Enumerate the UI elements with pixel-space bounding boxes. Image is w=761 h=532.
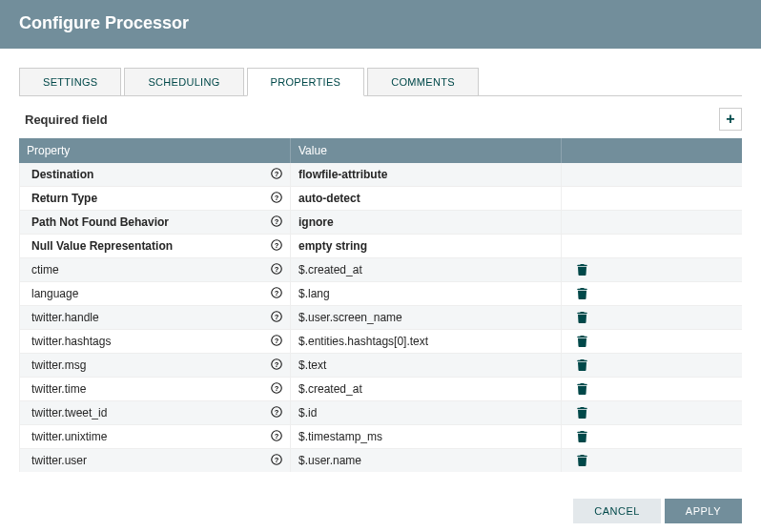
property-cell[interactable]: language? xyxy=(19,282,290,305)
tab-bar: SETTINGSSCHEDULINGPROPERTIESCOMMENTS xyxy=(19,68,742,96)
value-cell[interactable]: auto-detect xyxy=(290,187,561,210)
trash-icon[interactable] xyxy=(569,455,587,466)
table-row[interactable]: Destination?flowfile-attribute xyxy=(19,163,742,187)
svg-text:?: ? xyxy=(275,170,279,178)
table-row[interactable]: Path Not Found Behavior?ignore xyxy=(19,211,742,235)
property-name: ctime xyxy=(31,263,59,276)
value-cell[interactable]: $.created_at xyxy=(290,258,561,281)
trash-icon[interactable] xyxy=(569,359,587,371)
help-icon[interactable]: ? xyxy=(271,239,282,253)
actions-cell xyxy=(561,449,742,472)
property-value: ignore xyxy=(298,215,334,229)
table-row[interactable]: twitter.msg?$.text xyxy=(19,354,742,378)
property-cell[interactable]: twitter.hashtags? xyxy=(19,330,290,353)
table-row[interactable]: twitter.time?$.created_at xyxy=(19,378,742,401)
table-row[interactable]: twitter.hashtags?$.entities.hashtags[0].… xyxy=(19,330,742,354)
trash-icon[interactable] xyxy=(569,288,587,299)
column-header-value: Value xyxy=(290,138,561,163)
property-value: $.created_at xyxy=(298,382,362,396)
value-cell[interactable]: $.id xyxy=(290,401,561,424)
help-icon[interactable]: ? xyxy=(271,382,282,396)
table-row[interactable]: twitter.unixtime?$.timestamp_ms xyxy=(19,425,742,449)
value-cell[interactable]: flowfile-attribute xyxy=(290,163,561,186)
table-row[interactable]: twitter.user?$.user.name xyxy=(19,449,742,472)
subheader: Required field + xyxy=(19,108,742,131)
actions-cell xyxy=(561,306,742,329)
value-cell[interactable]: $.timestamp_ms xyxy=(290,425,561,448)
trash-icon[interactable] xyxy=(569,312,587,323)
property-cell[interactable]: twitter.user? xyxy=(19,449,290,472)
tab-comments[interactable]: COMMENTS xyxy=(367,68,479,95)
value-cell[interactable]: $.entities.hashtags[0].text xyxy=(290,330,561,353)
value-cell[interactable]: empty string xyxy=(290,235,561,257)
value-cell[interactable]: $.lang xyxy=(290,282,561,305)
table-row[interactable]: twitter.handle?$.user.screen_name xyxy=(19,306,742,330)
property-name: twitter.user xyxy=(31,454,87,467)
property-cell[interactable]: twitter.msg? xyxy=(19,354,290,377)
property-cell[interactable]: Null Value Representation? xyxy=(19,235,290,257)
table-row[interactable]: twitter.tweet_id?$.id xyxy=(19,401,742,425)
table-row[interactable]: ctime?$.created_at xyxy=(19,258,742,282)
help-icon[interactable]: ? xyxy=(271,358,282,372)
svg-text:?: ? xyxy=(275,456,279,464)
table-row[interactable]: language?$.lang xyxy=(19,282,742,306)
properties-table: Property Value Destination?flowfile-attr… xyxy=(19,138,742,472)
property-cell[interactable]: Path Not Found Behavior? xyxy=(19,211,290,234)
value-cell[interactable]: $.text xyxy=(290,354,561,377)
property-name: Path Not Found Behavior xyxy=(31,215,169,229)
property-cell[interactable]: Return Type? xyxy=(19,187,290,210)
actions-cell xyxy=(561,425,742,448)
trash-icon[interactable] xyxy=(569,264,587,276)
actions-cell xyxy=(561,235,742,257)
property-cell[interactable]: twitter.unixtime? xyxy=(19,425,290,448)
actions-cell xyxy=(561,354,742,377)
help-icon[interactable]: ? xyxy=(271,287,282,300)
trash-icon[interactable] xyxy=(569,431,587,442)
add-property-button[interactable]: + xyxy=(719,108,742,131)
help-icon[interactable]: ? xyxy=(271,454,282,467)
help-icon[interactable]: ? xyxy=(271,430,282,443)
help-icon[interactable]: ? xyxy=(271,168,282,181)
actions-cell xyxy=(561,163,742,186)
value-cell[interactable]: $.created_at xyxy=(290,378,561,400)
property-name: twitter.msg xyxy=(31,358,86,372)
property-name: twitter.tweet_id xyxy=(31,406,107,419)
table-row[interactable]: Return Type?auto-detect xyxy=(19,187,742,211)
property-value: $.id xyxy=(298,406,317,419)
dialog-footer: CANCEL APPLY xyxy=(573,499,742,523)
property-cell[interactable]: ctime? xyxy=(19,258,290,281)
value-cell[interactable]: $.user.name xyxy=(290,449,561,472)
help-icon[interactable]: ? xyxy=(271,263,282,276)
trash-icon[interactable] xyxy=(569,383,587,395)
help-icon[interactable]: ? xyxy=(271,406,282,419)
tab-properties[interactable]: PROPERTIES xyxy=(247,68,365,96)
help-icon[interactable]: ? xyxy=(271,192,282,205)
tab-scheduling[interactable]: SCHEDULING xyxy=(124,68,243,95)
property-value: $.created_at xyxy=(298,263,362,276)
actions-cell xyxy=(561,378,742,400)
help-icon[interactable]: ? xyxy=(271,311,282,324)
tab-settings[interactable]: SETTINGS xyxy=(19,68,121,95)
cancel-button[interactable]: CANCEL xyxy=(573,499,661,523)
property-cell[interactable]: twitter.time? xyxy=(19,378,290,400)
property-name: Destination xyxy=(31,168,93,181)
trash-icon[interactable] xyxy=(569,336,587,347)
property-value: $.timestamp_ms xyxy=(298,430,382,443)
value-cell[interactable]: $.user.screen_name xyxy=(290,306,561,329)
table-row[interactable]: Null Value Representation?empty string xyxy=(19,235,742,258)
help-icon[interactable]: ? xyxy=(271,215,282,229)
property-cell[interactable]: twitter.handle? xyxy=(19,306,290,329)
svg-text:?: ? xyxy=(275,408,279,417)
help-icon[interactable]: ? xyxy=(271,335,282,348)
property-value: $.user.name xyxy=(298,454,361,467)
property-value: empty string xyxy=(298,239,367,253)
property-cell[interactable]: Destination? xyxy=(19,163,290,186)
column-header-actions xyxy=(561,138,742,163)
trash-icon[interactable] xyxy=(569,407,587,419)
property-value: $.lang xyxy=(298,287,330,300)
actions-cell xyxy=(561,330,742,353)
apply-button[interactable]: APPLY xyxy=(665,499,742,523)
property-cell[interactable]: twitter.tweet_id? xyxy=(19,401,290,424)
svg-text:?: ? xyxy=(275,313,279,321)
value-cell[interactable]: ignore xyxy=(290,211,561,234)
